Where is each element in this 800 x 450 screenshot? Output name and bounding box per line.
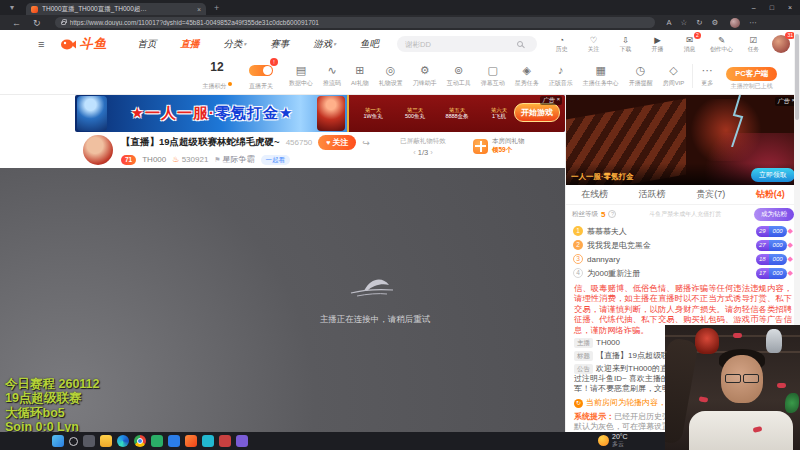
header-action[interactable]: ◔ 历史 bbox=[549, 35, 574, 54]
browser-tab[interactable]: TH000直播_TH000直播_TH000超… × bbox=[26, 3, 206, 15]
search-box[interactable] bbox=[397, 36, 537, 52]
search-icon[interactable] bbox=[517, 41, 523, 47]
toolbar-item[interactable]: ▢ 弹幕互动 bbox=[476, 64, 510, 88]
banner-reward-item: 第五天 8888金条 bbox=[437, 108, 477, 119]
search-input[interactable] bbox=[405, 40, 513, 49]
toolbar-item[interactable]: ◷ 开播提醒 bbox=[624, 64, 658, 88]
rank-tab[interactable]: 在线榜 bbox=[581, 188, 608, 201]
close-button[interactable]: × bbox=[788, 4, 792, 11]
douyu-logo[interactable]: 斗鱼 bbox=[60, 35, 107, 53]
toolbar-item[interactable]: ◎ 礼物设置 bbox=[374, 64, 408, 88]
toolbar-item[interactable]: ⚙ 刀锋助手 bbox=[408, 64, 442, 88]
nav-item[interactable]: 首页 bbox=[137, 38, 156, 51]
toolbar-item-icon: ⚙ bbox=[413, 64, 437, 77]
promo-banner[interactable]: ★一人一服·零氪打金★ 第一天 1W鱼丸 第三天 500鱼丸 第五天 bbox=[75, 95, 565, 132]
rank-row[interactable]: 3 dannyary 18000 bbox=[573, 252, 793, 266]
favorite-star-icon[interactable]: ☆ bbox=[681, 18, 688, 27]
video-player[interactable]: 主播正在连接中，请稍后重试 今日赛程 26011219点超级联赛大循环bo5So… bbox=[0, 168, 565, 432]
back-icon[interactable]: ← bbox=[12, 18, 21, 28]
gift-effect-pager[interactable]: 已屏蔽礼物特效 1/3 bbox=[391, 137, 455, 157]
taskbar-app-icon[interactable] bbox=[185, 435, 197, 447]
minimize-button[interactable]: – bbox=[752, 4, 756, 11]
taskbar-app-icon[interactable] bbox=[52, 435, 64, 447]
toolbar-item-icon: ▦ bbox=[583, 64, 619, 77]
ad-close-icon[interactable]: × bbox=[556, 96, 560, 105]
streamer-name[interactable]: TH000 bbox=[142, 155, 166, 164]
header-action[interactable]: ⇩ 下载 bbox=[613, 35, 638, 54]
toolbar-item[interactable]: ◇ 房间VIP bbox=[658, 64, 690, 88]
toolbar-more-button[interactable]: ⋯ 更多 bbox=[692, 64, 718, 88]
rank-row[interactable]: 4 为000重新注册 17000 bbox=[573, 266, 793, 280]
nav-item[interactable]: 游戏▾ bbox=[313, 38, 336, 51]
toolbar-item[interactable]: ⊞ AI礼物 bbox=[346, 64, 374, 88]
nav-item[interactable]: 赛事 bbox=[270, 38, 289, 51]
toolbar-item[interactable]: ▤ 数据中心 bbox=[284, 64, 318, 88]
pc-client-subtext: 主播控制已上线 bbox=[726, 82, 777, 91]
browser-action-icons: A☆↻⚙ bbox=[667, 18, 719, 27]
banner-cta-button[interactable]: 开始游戏 bbox=[514, 103, 560, 122]
follow-button[interactable]: 关注 bbox=[318, 135, 356, 150]
help-icon[interactable]: ? bbox=[608, 210, 616, 218]
tab-search-chevron-icon[interactable]: ▾ bbox=[10, 3, 14, 12]
header-action[interactable]: ♡ 关注 bbox=[581, 35, 606, 54]
gift-claim-link[interactable]: 领59个 bbox=[492, 146, 525, 155]
taskbar-app-icon[interactable] bbox=[100, 435, 112, 447]
taskbar-app-icon[interactable] bbox=[151, 435, 163, 447]
rank-tab[interactable]: 活跃榜 bbox=[639, 188, 666, 201]
sidebar-game-ad[interactable]: 广告× 一人一服·零氪打金 立即领取 bbox=[566, 95, 800, 185]
watch-together-tag[interactable]: 一起看 bbox=[261, 155, 291, 165]
rank-row[interactable]: 2 我我我是电竞黑金 27000 bbox=[573, 238, 793, 252]
share-icon[interactable]: ↪ bbox=[362, 138, 370, 148]
scrollbar-thumb[interactable] bbox=[795, 34, 799, 120]
toolbar-item[interactable]: ∿ 推流码 bbox=[318, 64, 346, 88]
rank-row[interactable]: 1 慕慕慕夫人 29000 bbox=[573, 224, 793, 238]
browser-profile-avatar[interactable] bbox=[730, 18, 740, 28]
schedule-line: 19点超级联赛 bbox=[5, 391, 100, 406]
taskbar-app-icon[interactable] bbox=[117, 435, 129, 447]
rank-tab[interactable]: 贵宾(7) bbox=[696, 188, 725, 201]
tab-close-icon[interactable]: × bbox=[197, 6, 201, 13]
live-switch[interactable]: ! 直播开关 bbox=[238, 62, 284, 91]
nav-item[interactable]: 鱼吧 bbox=[360, 38, 379, 51]
anchor-score[interactable]: 12 主播积分 bbox=[196, 61, 238, 92]
pc-client-button[interactable]: PC客户端 bbox=[726, 67, 777, 81]
maximize-button[interactable]: □ bbox=[770, 4, 774, 11]
new-tab-button[interactable]: + bbox=[214, 3, 219, 13]
screen: ▾ TH000直播_TH000直播_TH000超… × + – □ × ← ↻ … bbox=[0, 0, 800, 450]
level-badge: 71 bbox=[121, 155, 136, 165]
room-gift-entry[interactable]: 本房间礼物 领59个 bbox=[473, 137, 525, 155]
ad-cta-button[interactable]: 立即领取 bbox=[751, 168, 795, 182]
toolbar-item[interactable]: ♪ 正版音乐 bbox=[544, 64, 578, 88]
read-aloud-icon[interactable]: A bbox=[667, 18, 672, 27]
browser-menu-icon[interactable]: ⋯ bbox=[749, 18, 757, 27]
category-link[interactable]: 星际争霸 bbox=[214, 154, 254, 165]
header-action[interactable]: ▶ 开播 bbox=[645, 35, 670, 54]
taskbar-app-icon[interactable] bbox=[168, 435, 180, 447]
nav-item[interactable]: 分类▾ bbox=[223, 38, 246, 51]
taskbar-app-icon[interactable] bbox=[219, 435, 231, 447]
join-diamond-fan-button[interactable]: 成为钻粉 bbox=[754, 208, 794, 221]
collections-icon[interactable]: ↻ bbox=[696, 18, 702, 27]
toolbar-item[interactable]: ◈ 星秀任务 bbox=[510, 64, 544, 88]
header-action[interactable]: ✎ 创作中心 bbox=[709, 35, 734, 54]
hamburger-menu-icon[interactable]: ≡ bbox=[38, 38, 44, 50]
taskbar-app-icon[interactable] bbox=[134, 435, 146, 447]
user-avatar[interactable]: 31 bbox=[772, 35, 790, 53]
taskbar-app-icon[interactable] bbox=[202, 435, 214, 447]
toggle-icon[interactable] bbox=[249, 65, 273, 76]
refresh-icon[interactable]: ↻ bbox=[33, 18, 41, 28]
toolbar-item[interactable]: ▦ 主播任务中心 bbox=[578, 64, 624, 88]
extensions-icon[interactable]: ⚙ bbox=[712, 18, 719, 27]
nav-item[interactable]: 直播 bbox=[180, 38, 199, 51]
header-action[interactable]: 2 ✉ 消息 bbox=[677, 35, 702, 54]
taskbar-app-icon[interactable] bbox=[83, 435, 95, 447]
address-bar[interactable]: https://www.douyu.com/110017?dyshid=45b8… bbox=[55, 17, 655, 28]
header-action[interactable]: ☑ 任务 bbox=[741, 35, 766, 54]
streamer-avatar[interactable] bbox=[83, 135, 113, 165]
taskbar-app-icon[interactable] bbox=[69, 437, 78, 446]
rank-tab[interactable]: 钻粉(4) bbox=[756, 188, 785, 201]
weather-widget[interactable]: 20°C 多云 bbox=[598, 433, 628, 448]
toolbar-item[interactable]: ⊚ 互动工具 bbox=[442, 64, 476, 88]
taskbar-app-icon[interactable] bbox=[236, 435, 248, 447]
notification-badge: 2 bbox=[694, 32, 701, 39]
